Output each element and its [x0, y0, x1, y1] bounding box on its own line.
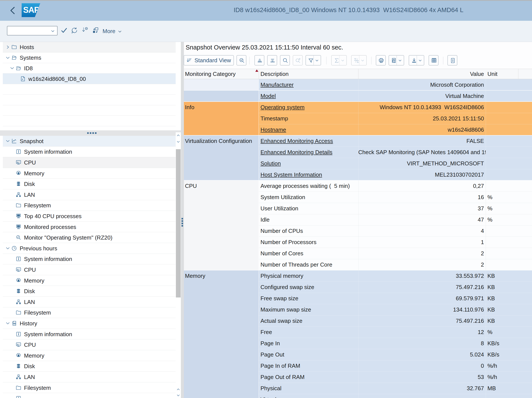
tree-item[interactable]: System information — [3, 147, 176, 157]
table-cell-value[interactable]: Virtual Machine — [358, 90, 486, 102]
table-cell-value[interactable]: 37 — [358, 203, 486, 214]
table-cell-desc[interactable]: Page Out — [259, 349, 358, 360]
chevron-down-icon[interactable] — [418, 59, 422, 62]
scroll-up-icon[interactable] — [176, 133, 180, 137]
back-icon[interactable] — [9, 6, 16, 15]
category-cell[interactable] — [184, 79, 259, 90]
table-cell-unit[interactable] — [486, 135, 532, 147]
tree-item[interactable]: CPU — [3, 157, 176, 168]
table-cell-unit[interactable]: % — [486, 214, 532, 225]
table-cell-unit[interactable]: % — [486, 326, 532, 338]
table-cell-unit[interactable]: KB — [486, 281, 532, 293]
tree-item[interactable]: Disk — [3, 361, 176, 372]
scroll-down-icon[interactable] — [176, 140, 180, 144]
table-cell-value[interactable]: 134.110.976 — [358, 304, 486, 315]
tree-item[interactable]: Previous hours — [3, 243, 176, 254]
table-cell-desc[interactable]: Enhanced Monitoring Access — [259, 135, 358, 147]
tree-item[interactable]: LAN — [3, 189, 176, 200]
chevron-down-icon[interactable] — [10, 66, 14, 70]
table-cell-desc[interactable]: System Utilization — [259, 192, 358, 203]
table-cell-unit[interactable] — [486, 124, 532, 135]
table-cell-desc[interactable]: Number of Cores — [259, 248, 358, 259]
table-cell-desc[interactable]: Hostname — [259, 124, 358, 135]
category-cell[interactable]: Memory — [184, 270, 259, 398]
print-preview-button[interactable] — [389, 55, 404, 66]
table-cell-value[interactable]: 75.497.216 — [358, 315, 486, 326]
table-cell-desc[interactable]: Maximum swap size — [259, 304, 358, 315]
table-cell-unit[interactable]: % — [486, 203, 532, 214]
table-cell-value[interactable]: FALSE — [358, 135, 486, 147]
horizontal-splitter[interactable] — [0, 130, 181, 136]
tree-item[interactable]: Hosts — [3, 42, 176, 53]
table-cell-value[interactable]: 0 — [358, 360, 486, 371]
table-cell-unit[interactable] — [486, 259, 532, 270]
vertical-splitter[interactable] — [181, 42, 184, 398]
table-cell-value[interactable]: 25.03.2021 15:11:50 — [358, 113, 486, 124]
subtotal-button[interactable] — [351, 55, 367, 66]
column-header-unit[interactable]: Unit — [488, 69, 497, 79]
tree-item[interactable]: History — [3, 318, 176, 329]
chevron-down-icon[interactable] — [5, 246, 10, 251]
tree-item[interactable]: Disk — [3, 179, 176, 189]
tree-item[interactable]: Monitored processes — [3, 222, 176, 232]
table-cell-unit[interactable] — [486, 236, 532, 248]
scroll-up-icon[interactable] — [176, 387, 180, 391]
table-cell-unit[interactable]: KB/s — [486, 338, 532, 349]
filter-button[interactable] — [305, 55, 321, 66]
table-cell-value[interactable]: 5.024 — [358, 349, 486, 360]
scroll-down-icon[interactable] — [176, 393, 180, 397]
table-cell-desc[interactable]: Timestamp — [259, 113, 358, 124]
layout-grid-button[interactable] — [429, 55, 438, 66]
table-cell-value[interactable]: 4 — [358, 225, 486, 236]
display-view-icon[interactable] — [82, 27, 89, 34]
table-cell-unit[interactable]: KB — [486, 304, 532, 315]
tree-item[interactable]: w16s24id8606_ID8_00 — [3, 74, 176, 84]
table-cell-value[interactable]: VIRT_METHOD_MICROSOFT — [358, 158, 486, 169]
more-menu[interactable]: More — [102, 21, 115, 42]
table-cell-desc[interactable]: Physical memory — [259, 270, 358, 281]
tree-item[interactable]: LAN — [3, 297, 176, 307]
chevron-down-icon[interactable] — [315, 59, 319, 62]
tree-item[interactable]: Systems — [3, 53, 176, 63]
table-cell-desc[interactable]: Solution — [259, 158, 358, 169]
table-cell-unit[interactable]: KB — [486, 315, 532, 326]
table-cell-desc[interactable]: Page In of RAM — [259, 360, 358, 371]
table-cell-desc[interactable]: Enhanced Monitoring Details — [259, 147, 358, 158]
tree-item[interactable]: Memory — [3, 168, 176, 179]
table-cell-desc[interactable]: Average processes waiting ( 5 min) — [259, 180, 358, 192]
chevron-right-icon[interactable] — [5, 45, 10, 50]
tree-item[interactable]: Monitor "Operating System" (RZ20) — [3, 232, 176, 243]
table-cell-desc[interactable]: Free — [259, 326, 358, 338]
table-cell-value[interactable] — [358, 394, 486, 398]
column-header-description[interactable]: Description — [260, 69, 289, 79]
category-cell[interactable]: Info — [184, 102, 259, 135]
continue-check-icon[interactable] — [61, 27, 67, 34]
tree-item[interactable]: Snapshot — [3, 136, 176, 147]
check-entries-button[interactable] — [236, 55, 247, 66]
print-button[interactable] — [376, 55, 386, 66]
chevron-down-icon[interactable] — [398, 59, 402, 62]
swap-display-icon[interactable] — [92, 27, 99, 34]
table-cell-desc[interactable]: Host System Information — [259, 169, 358, 180]
table-cell-unit[interactable] — [486, 248, 532, 259]
total-button[interactable] — [331, 55, 347, 66]
table-cell-desc[interactable]: Page In — [259, 338, 358, 349]
category-cell[interactable]: CPU — [184, 180, 259, 270]
table-cell-unit[interactable]: %/h — [486, 371, 532, 383]
table-cell-desc[interactable]: Operating system — [259, 102, 358, 113]
refresh-icon[interactable] — [71, 27, 78, 34]
column-header-value[interactable]: Value — [358, 69, 486, 79]
export-button[interactable] — [409, 55, 424, 66]
chevron-down-icon[interactable] — [5, 55, 10, 60]
table-cell-value[interactable]: MEL231030702017 — [358, 169, 486, 180]
table-cell-unit[interactable]: KB/s — [486, 349, 532, 360]
tree-item[interactable]: Filesystem — [3, 307, 176, 318]
tree-item[interactable]: Disk — [3, 286, 176, 297]
tree-item[interactable]: Memory — [3, 275, 176, 286]
table-cell-value[interactable]: 16 — [358, 192, 486, 203]
tree-item[interactable]: Top 40 CPU processes — [3, 211, 176, 222]
table-cell-value[interactable]: 1 — [358, 236, 486, 248]
table-cell-unit[interactable] — [486, 394, 532, 398]
chevron-down-icon[interactable] — [51, 29, 55, 33]
table-cell-desc[interactable]: Free swap size — [259, 293, 358, 304]
